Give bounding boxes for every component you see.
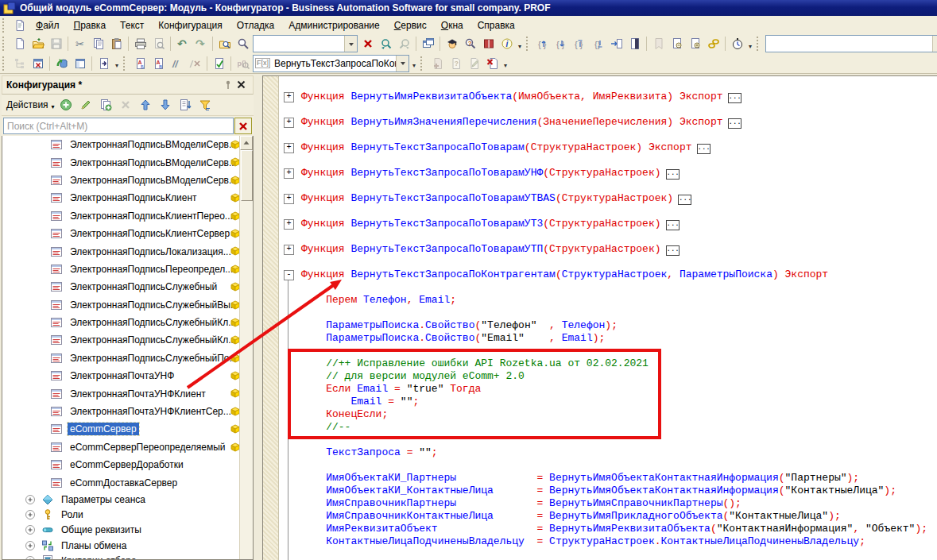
goto-definition-button[interactable] [607,35,625,52]
menu-отладка[interactable]: Отладка [230,17,281,33]
tree-item-label[interactable]: ЭлектроннаяПочтаУНФКлиент [68,388,208,400]
tree-group-label[interactable]: Роли [59,508,86,521]
collapsed-body-button[interactable]: ... [697,144,710,154]
code-line[interactable]: ИмяСправочникПартнеры = ВернутьИмяСправо… [263,497,937,510]
code-line[interactable] [263,154,937,167]
tree-item[interactable]: eCommДоставкаСервер [2,473,240,491]
pin-icon[interactable] [222,79,234,91]
menu-справка[interactable]: Справка [470,17,522,33]
tree-item[interactable]: ЭлектроннаяПодписьСлужебныйКл... [2,331,240,349]
tree-item-label[interactable]: ЭлектроннаяПодписьКлиент [68,191,199,204]
move-up-button[interactable] [137,96,154,114]
tree-item-label[interactable]: ЭлектроннаяПодписьСлужебныйВы... [68,299,241,311]
tree-group[interactable]: Общие реквизиты [2,523,240,538]
cut-button[interactable]: ✂ [71,35,89,52]
close-window-button[interactable] [29,55,47,72]
search-button[interactable] [234,35,252,52]
tree-group[interactable]: Параметры сеанса [2,492,240,507]
tree-item-label[interactable]: ЭлектроннаяПодписьВМоделиСерв... [68,138,239,151]
tree-item[interactable]: ЭлектроннаяПодписьКлиентПерео... [2,207,240,225]
delete-button[interactable] [117,96,134,114]
collapsed-body-button[interactable]: ... [728,118,741,129]
tree-item[interactable]: ЭлектроннаяПодписьПереопредел... [2,261,240,278]
new-document-button[interactable] [10,35,29,52]
edit-template-button[interactable] [465,55,483,72]
tree-item[interactable]: eCommСерверДоработки [2,456,240,473]
tree-item-label[interactable]: ЭлектроннаяПодписьВМоделиСерв... [68,174,239,187]
find-previous-button[interactable] [395,35,413,52]
code-line[interactable]: -Функция ВернутьТекстЗапросаПоКонтрагент… [263,268,937,281]
chevron-down-icon[interactable]: ▾ [113,52,121,75]
syntax-assistant-button[interactable] [443,35,461,52]
tree-group[interactable]: Роли [2,507,240,522]
add-button[interactable] [57,96,75,114]
search-combo[interactable] [253,35,358,52]
combo-dropdown-button[interactable] [344,36,357,52]
filter-button[interactable] [196,96,214,114]
tree-item-label[interactable]: eCommСерверПереопределяемый [68,441,228,454]
menu-сервис[interactable]: Сервис [387,17,434,33]
add-comment-button[interactable]: // [168,55,186,72]
undo-button[interactable]: ↶ [173,35,192,52]
references-button[interactable] [704,35,722,52]
chevron-down-icon[interactable]: ▾ [410,52,418,75]
combo-dropdown-button[interactable] [932,36,937,52]
tree-item[interactable]: ЭлектроннаяПодписьСлужебныйКл... [2,314,240,331]
tree-button[interactable] [10,55,29,72]
end-procedure-button[interactable]: {} [589,35,607,52]
collapsed-body-button[interactable]: ... [666,169,680,180]
tree-item[interactable]: ЭлектроннаяПодписьКлиентСервер [2,225,240,242]
code-line[interactable] [263,307,937,319]
collapse-marker-icon[interactable]: - [284,270,294,280]
close-panel-button[interactable] [234,79,249,92]
code-line[interactable] [263,205,937,218]
code-line[interactable]: +Функция ВернутьТекстЗапросаПоТоварамУТB… [263,192,937,205]
tree-scrollbar[interactable] [239,136,253,559]
tree-item[interactable]: ЭлектроннаяПодписьВМоделиСерв... [2,153,240,171]
tree-item-label[interactable]: ЭлектроннаяПодписьЛокализация... [68,245,234,258]
paste-button[interactable] [107,35,126,52]
tree-group-label[interactable]: Общие реквизиты [59,523,144,536]
tree-group-label[interactable]: Планы обмена [59,539,129,552]
code-line[interactable] [263,256,937,268]
tree-item-label[interactable]: eCommДоставкаСервер [68,477,180,489]
code-line[interactable] [263,281,937,294]
combo-dropdown-button[interactable] [396,56,408,71]
update-db-config-button[interactable] [52,55,71,72]
help-contents-button[interactable] [479,35,498,52]
collapsed-body-button[interactable]: ... [678,195,691,205]
expand-plus-icon[interactable] [24,508,37,521]
tree-group[interactable]: Критерии отбора [2,553,240,560]
procedure-selector-combo[interactable]: F[x]ВернутьТекстЗапросаПоКонтр [253,55,409,72]
window-titlebar[interactable]: Общий модуль eCommСервер: Модуль - Конфи… [0,0,937,16]
tree-item[interactable]: ЭлектроннаяПодписьСлужебныйПо... [2,350,240,367]
code-line[interactable]: +Функция ВернутьТекстЗапросаПоТоварамУТП… [263,243,937,256]
context-help-button[interactable]: ? [461,35,479,52]
tree-group-label[interactable]: Параметры сеанса [59,493,148,506]
code-line[interactable] [263,230,937,243]
remove-comment-button[interactable]: / [186,55,204,72]
format-block-button[interactable]: АБ [131,55,149,72]
menu-правка[interactable]: Правка [67,17,114,33]
code-line[interactable]: +Функция ВернутьТекстЗапросаПоТоварамУТ3… [263,218,937,230]
tree-item[interactable]: eCommСервер [2,420,240,438]
delete-template-button[interactable] [483,55,501,72]
procedures-list-button[interactable]: p() [234,55,252,72]
code-line[interactable]: +Функция ВернутьИмяРеквизитаОбъекта(ИмяО… [263,91,937,103]
expand-marker-icon[interactable]: + [284,194,294,204]
chevron-down-icon[interactable]: ▾ [516,33,524,55]
menu-окна[interactable]: Окна [434,17,470,33]
move-down-button[interactable] [157,96,174,114]
tree-item[interactable]: ЭлектроннаяПодписьСлужебныйВы... [2,296,240,314]
code-line[interactable]: ИмяОбъектаКИ_КонтактныеЛица = ВернутьИмя… [263,485,937,497]
code-line[interactable]: ТекстЗапроса = ""; [263,446,937,459]
tree-item-label[interactable]: ЭлектроннаяПодписьКлиентПерео... [68,210,235,222]
tree-item[interactable]: ЭлектроннаяПодписьКлиент [2,189,240,207]
tree-item[interactable]: ЭлектроннаяПодписьВМоделиСерв... [2,136,240,153]
template-help-button[interactable]: ? [447,55,465,72]
menu-администрирование[interactable]: Администрирование [281,17,386,33]
tree-item-label[interactable]: ЭлектроннаяПочтаУНФКлиентСер... [68,405,234,418]
code-line[interactable]: ИмяОбъектаКИ_Партнеры = ВернутьИмяОбъект… [263,472,937,485]
tree-item-label[interactable]: ЭлектроннаяПодписьСлужебныйКл... [68,334,238,346]
save-button[interactable] [47,35,65,52]
